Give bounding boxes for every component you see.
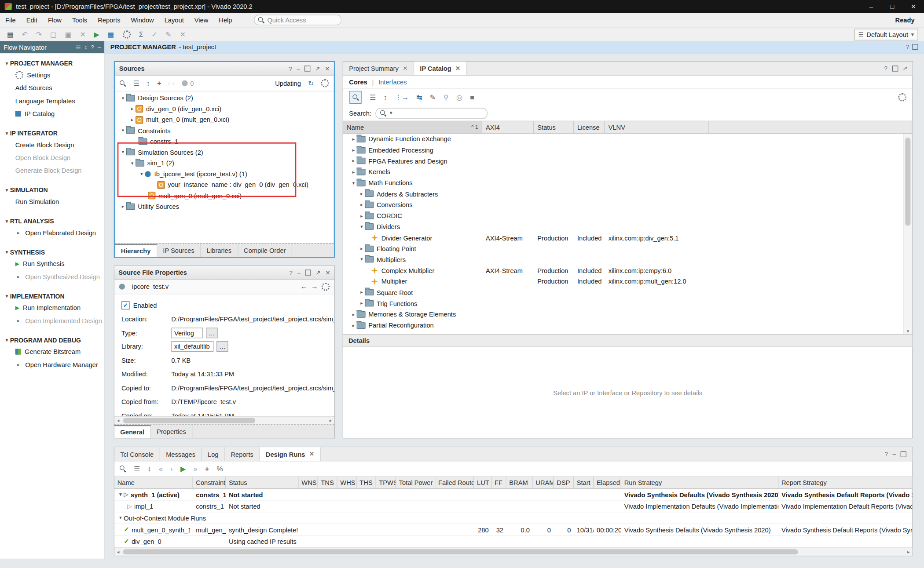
view-cores[interactable]: Cores [349, 79, 367, 86]
help-icon[interactable]: ? [884, 451, 887, 457]
menu-help[interactable]: Help [213, 15, 237, 25]
run-row-div-gen-0[interactable]: ✓div_gen_0 Using cached IP results [114, 536, 912, 548]
column-license[interactable]: License [574, 121, 605, 133]
tree-row-your-instance-name[interactable]: your_instance_name : div_gen_0 (div_gen_… [115, 179, 334, 190]
type-input[interactable]: Verilog [171, 328, 203, 338]
collapse-all-button[interactable]: ☰ [134, 465, 140, 472]
tab-properties[interactable]: Properties [151, 425, 193, 438]
tab-project-summary[interactable]: Project Summary ✕ [343, 62, 414, 75]
tree-row-sim-mult-gen-0[interactable]: mult_gen_0 (mult_gen_0.xci) [115, 190, 334, 201]
tab-tcl-console[interactable]: Tcl Console [114, 447, 160, 461]
column-axi4[interactable]: AXI4 [482, 121, 534, 133]
paste-button[interactable]: ▣ [65, 31, 72, 38]
column-ths[interactable]: THS [357, 477, 376, 488]
catalog-row-divider-generator[interactable]: Divider Generator AXI4-Stream Production… [343, 232, 912, 243]
runs-horizontal-scrollbar[interactable]: ◂ ▸ [114, 547, 912, 556]
tab-compile-order[interactable]: Compile Order [238, 244, 292, 257]
caret-down-icon[interactable]: ▾ [117, 515, 124, 521]
sources-settings-gear[interactable] [321, 79, 329, 87]
nav-header-ip-integrator[interactable]: ▾IP INTEGRATOR [0, 128, 104, 138]
catalog-row-multiplier[interactable]: Multiplier Production Included xilinx.co… [343, 276, 912, 287]
scroll-left-icon[interactable]: ◂ [114, 418, 122, 423]
tree-row-simulation-sources[interactable]: ▾Simulation Sources (2) [115, 147, 334, 158]
column-dsp[interactable]: DSP [554, 477, 574, 488]
caret-down-icon[interactable]: ▾ [120, 95, 126, 101]
view-interfaces[interactable]: Interfaces [378, 79, 407, 86]
tree-row-sim-1[interactable]: ▾sim_1 (2) [115, 158, 334, 169]
validate-button[interactable]: ✓ [151, 31, 157, 38]
column-name[interactable]: Name [114, 477, 193, 488]
collapse-all-button[interactable]: ☰ [370, 94, 376, 101]
library-input[interactable]: xil_defaultlib [171, 341, 213, 352]
customize-button[interactable]: ✎ [430, 94, 436, 101]
tab-reports[interactable]: Reports [225, 447, 260, 461]
tree-row-utility-sources[interactable]: ▸Utility Sources [115, 201, 334, 212]
column-constraints[interactable]: Constraints [193, 477, 226, 488]
tab-libraries[interactable]: Libraries [201, 244, 238, 257]
catalog-row-dfx[interactable]: ▸Dynamic Function eXchange [343, 134, 912, 145]
help-icon[interactable]: ? [884, 66, 887, 71]
minimize-icon[interactable]: – [297, 269, 301, 276]
menu-window[interactable]: Window [126, 15, 159, 25]
caret-right-icon[interactable]: ▸ [359, 301, 365, 306]
menu-reports[interactable]: Reports [92, 15, 125, 25]
link-button[interactable]: ⚲ [444, 94, 449, 101]
nav-item-open-hardware-manager[interactable]: ▸Open Hardware Manager [0, 358, 104, 371]
scrollbar-thumb[interactable] [905, 138, 910, 226]
maximize-icon[interactable]: ↗ [315, 66, 320, 72]
scroll-left-icon[interactable]: ◂ [114, 549, 122, 554]
scroll-right-icon[interactable]: ▸ [327, 418, 334, 423]
catalog-row-conversions[interactable]: ▸Conversions [343, 199, 912, 210]
nav-item-open-synthesized-design[interactable]: ▸Open Synthesized Design [0, 270, 104, 283]
column-lut[interactable]: LUT [474, 477, 491, 488]
help-icon[interactable]: ? [289, 269, 292, 276]
nav-item-run-synthesis[interactable]: ▶Run Synthesis [0, 257, 104, 270]
scroll-down-icon[interactable]: ▾ [904, 329, 912, 334]
nav-item-run-implementation[interactable]: ▶Run Implementation [0, 301, 104, 314]
menu-edit[interactable]: Edit [21, 15, 43, 25]
catalog-settings-gear[interactable] [898, 93, 906, 102]
settings-gear-button[interactable] [122, 30, 131, 39]
nav-header-program-debug[interactable]: ▾PROGRAM AND DEBUG [0, 335, 104, 345]
caret-right-icon[interactable]: ▸ [350, 169, 357, 175]
catalog-search-input[interactable]: ▾ [375, 108, 488, 119]
nav-header-simulation[interactable]: ▾SIMULATION [0, 185, 104, 195]
collapse-all-icon[interactable]: ☰ [76, 44, 81, 50]
float-icon[interactable] [305, 269, 311, 275]
maximize-button[interactable]: □ [882, 3, 903, 10]
tab-design-runs[interactable]: Design Runs✕ [260, 447, 321, 461]
float-icon[interactable] [892, 66, 898, 71]
catalog-row-cordic[interactable]: ▸CORDIC [343, 210, 912, 221]
catalog-row-trig-functions[interactable]: ▸Trig Functions [343, 298, 912, 309]
expand-all-button[interactable]: ↕ [384, 94, 387, 101]
close-icon[interactable]: ✕ [325, 269, 330, 276]
column-bram[interactable]: BRAM [506, 477, 533, 488]
column-tns[interactable]: TNS [318, 477, 337, 488]
banner-maximize-icon[interactable] [912, 44, 918, 50]
search-button[interactable] [349, 91, 362, 104]
tree-row-tb-ipcore-test[interactable]: ▾tb_ipcore_test (ipcore_test.v) (1) [115, 168, 334, 179]
scrollbar-thumb[interactable] [123, 549, 798, 554]
column-wns[interactable]: WNS [299, 477, 318, 488]
column-tpws[interactable]: TPWS [376, 477, 396, 488]
maximize-icon[interactable]: ↗ [316, 269, 321, 276]
run-row-impl-1[interactable]: ▷impl_1 constrs_1 Not started Vivado Imp… [114, 501, 912, 513]
tree-row-constrs-1[interactable]: constrs_1 [115, 136, 334, 147]
program-blocks-button[interactable]: ▦ [108, 31, 114, 38]
forward-icon[interactable]: → [311, 283, 318, 290]
nav-item-generate-bitstream[interactable]: Generate Bitstream [0, 345, 104, 358]
properties-horizontal-scrollbar[interactable]: ◂ ▸ [114, 416, 334, 425]
library-browse-button[interactable]: … [216, 341, 228, 352]
launch-runs-button[interactable]: ▶ [180, 465, 186, 472]
caret-down-icon[interactable]: ▾ [120, 128, 126, 133]
minimize-icon[interactable]: – [297, 66, 300, 72]
caret-right-icon[interactable]: ▸ [129, 117, 136, 122]
file-icon[interactable]: ▭ [168, 80, 175, 87]
nav-header-synthesis[interactable]: ▾SYNTHESIS [0, 247, 104, 257]
nav-header-project-manager[interactable]: ▾PROJECT MANAGER [0, 58, 104, 69]
percent-utilization-button[interactable]: % [217, 465, 223, 472]
column-name[interactable]: Name^ 1 [343, 121, 482, 133]
float-icon[interactable] [901, 451, 906, 457]
save-button[interactable]: ▤ [7, 31, 14, 38]
nav-item-generate-block-design[interactable]: Generate Block Design [0, 164, 104, 177]
